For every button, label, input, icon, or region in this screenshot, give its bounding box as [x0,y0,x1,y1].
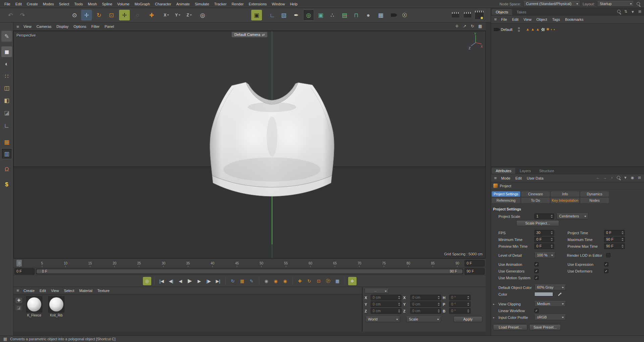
position-z-field[interactable]: 0 cm [371,308,401,314]
filter-icon[interactable]: ▼ [630,9,635,14]
lock-icon[interactable]: ◉ [630,175,635,180]
play-button[interactable]: ▶ [186,277,194,285]
use-expression-checkbox[interactable]: ✓ [604,262,608,266]
viewport-menu-options[interactable]: Options [71,23,89,30]
visibility-dots[interactable] [518,27,520,32]
menu-spline[interactable]: Spline [100,0,115,8]
menu-tools[interactable]: Tools [72,0,85,8]
quantize-icon[interactable]: $ [1,179,12,190]
material-item[interactable]: K_Fleece [25,296,44,317]
objects-menu-bookmarks[interactable]: Bookmarks [562,16,586,23]
scale-tool[interactable]: ⊡ [106,10,117,20]
toggle-views-icon[interactable]: ▦ [477,23,483,29]
menu-animate[interactable]: Animate [174,0,192,8]
tab-cineware[interactable]: Cineware [521,191,550,197]
tab-dynamics[interactable]: Dynamics [580,191,609,197]
editor-visibility-dot[interactable] [518,27,520,29]
simulation-tag-icon[interactable]: ▲ [536,28,540,31]
axis-gizmo[interactable]: Y X Z [468,33,483,50]
maximum-time-field[interactable]: 90 F [604,237,625,242]
node-space-dropdown[interactable]: Current (Standard/Physical) [523,1,580,7]
parent-object-icon[interactable]: ↑ [609,175,614,180]
range-grip-right[interactable] [459,270,461,273]
keyframe-selection-button[interactable]: ◉ [281,277,289,285]
use-animation-checkbox[interactable]: ✓ [534,262,539,266]
tab-project-settings[interactable]: Project Settings [492,191,520,197]
primitive-cube-button[interactable]: ▧ [278,10,289,20]
render-settings-button[interactable] [475,10,484,20]
environment-button[interactable]: ▦ [375,10,386,20]
timeline-ruler[interactable]: 0 5 10 15 20 25 30 35 40 45 50 55 60 65 … [13,259,486,267]
color-swatch[interactable] [534,292,553,296]
level-of-detail-dropdown[interactable]: 100 % [534,252,555,258]
tab-objects[interactable]: Objects [492,9,512,15]
objects-menu-view[interactable]: View [521,16,534,23]
search-icon[interactable] [617,9,621,14]
position-y-field[interactable]: 0 cm [371,301,401,307]
edge-mode-icon[interactable]: ◫ [1,83,12,93]
material-thumbnail[interactable] [48,296,64,312]
panel-layout-icon[interactable]: ⊞ [637,175,642,180]
solo-button[interactable]: ◎ [143,277,151,285]
texture-tag-icon[interactable] [541,28,545,32]
menu-edit[interactable]: Edit [13,0,24,8]
material-menu-edit[interactable]: Edit [37,287,48,294]
texture-mode-icon[interactable]: ◐ [1,59,12,69]
simulation-tag-icon[interactable]: ▲ [526,28,530,31]
filter-icon[interactable]: ▼ [623,175,628,180]
view-clipping-dropdown[interactable]: Medium [534,301,566,307]
menu-mesh[interactable]: Mesh [86,0,99,8]
camera-button[interactable] [388,10,398,20]
move-tool[interactable]: ✛ [81,10,92,20]
layout-dropdown[interactable]: Startup [597,1,634,7]
project-time-field[interactable]: 0 F [604,230,625,236]
tab-structure[interactable]: Structure [535,168,558,174]
autokeying-button[interactable]: ◉ [272,277,280,285]
tab-nodes[interactable]: Nodes [580,198,609,203]
motion-system-button[interactable]: ❖ [348,277,357,285]
menu-modes[interactable]: Modes [41,0,56,8]
size-y-field[interactable]: 0 cm [410,301,441,307]
dot-tag-icon[interactable]: ● [553,28,555,31]
undo-button[interactable]: ↶ [5,10,16,20]
record-position-toggle[interactable]: ✚ [296,277,304,285]
render-lod-checkbox[interactable] [606,253,610,257]
tab-key-interpolation[interactable]: Key Interpolation [551,198,579,203]
add-material-button[interactable]: ✚ [15,298,22,303]
rotation-b-field[interactable]: 0 ° [449,308,471,314]
viewport-menu-filter[interactable]: Filter [89,23,102,30]
menu-volume[interactable]: Volume [115,0,132,8]
simulate-button[interactable]: ● [363,10,374,20]
record-parameter-toggle[interactable]: Ⓟ [324,277,332,285]
apply-button[interactable]: Apply [453,316,482,322]
tab-todo[interactable]: To Do [521,198,550,203]
make-editable-icon[interactable]: ✎ [1,31,12,42]
zoom-view-icon[interactable]: ↗ [462,23,468,29]
rotate-view-icon[interactable]: ↻ [469,23,476,29]
simulation-tag-icon[interactable]: ▲ [531,28,535,31]
object-tree[interactable]: Default ▲ ▲ ▲ ✱ ● ● [491,23,644,167]
pan-view-icon[interactable]: ✛ [454,23,460,29]
autokey-brush-button[interactable]: ✎ [248,277,256,285]
use-generators-checkbox[interactable]: ✓ [534,269,539,273]
material-menu-material[interactable]: Material [77,287,95,294]
live-selection-tool[interactable]: ⊙ [69,10,80,20]
scale-project-button[interactable]: Scale Project... [516,220,559,226]
menu-extensions[interactable]: Extensions [246,0,269,8]
menu-file[interactable]: File [2,0,13,8]
previous-key-button[interactable]: ◀| [167,277,175,285]
rotation-p-field[interactable]: 0 ° [449,301,471,307]
viewport-camera-label[interactable]: Default Camera ⇄ [232,32,267,37]
last-used-tool[interactable]: ✛ [119,10,130,20]
viewport-menu-panel[interactable]: Panel [102,23,116,30]
camera-switch-icon[interactable]: ⇄ [262,33,265,37]
menu-mograph[interactable]: MoGraph [132,0,152,8]
record-scale-toggle[interactable]: ⊡ [315,277,323,285]
default-object-color-dropdown[interactable]: 60% Gray [534,285,566,290]
objects-menu-tags[interactable]: Tags [550,16,562,23]
menu-simulate[interactable]: Simulate [193,0,212,8]
sort-icon[interactable]: ⇅ [623,9,628,14]
use-deformers-checkbox[interactable]: ✓ [604,269,608,273]
record-pla-toggle[interactable]: ▦ [333,277,342,285]
viewport-menu-icon[interactable]: ≡ [15,24,21,29]
